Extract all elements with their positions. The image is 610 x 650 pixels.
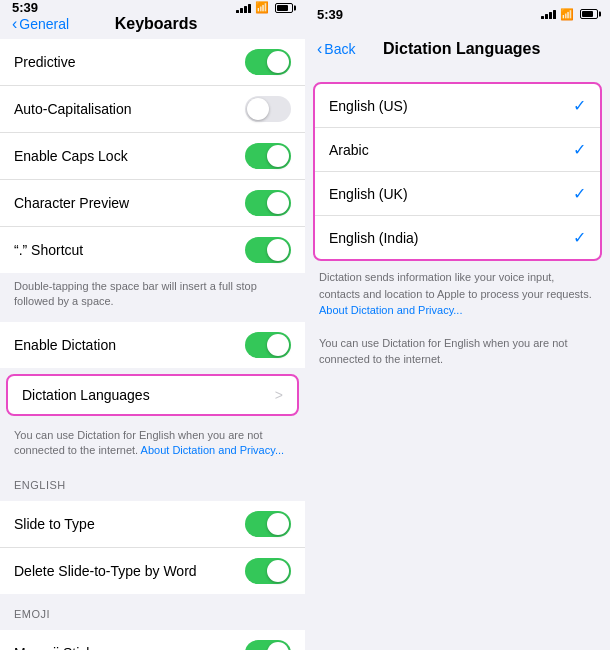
auto-cap-label: Auto-Capitalisation bbox=[14, 101, 245, 117]
status-icons-right: 📶 bbox=[541, 8, 598, 21]
row-period-shortcut: “.” Shortcut bbox=[0, 227, 305, 273]
predictive-toggle[interactable] bbox=[245, 49, 291, 75]
caps-lock-label: Enable Caps Lock bbox=[14, 148, 245, 164]
status-bar-left: 5:39 📶 bbox=[0, 0, 305, 15]
lang-row-english-uk[interactable]: English (UK) ✓ bbox=[315, 172, 600, 216]
right-footer-2: You can use Dictation for English when y… bbox=[305, 327, 610, 376]
row-memoji: Memoji Stickers bbox=[0, 630, 305, 650]
english-uk-check: ✓ bbox=[573, 184, 586, 203]
caps-lock-toggle[interactable] bbox=[245, 143, 291, 169]
right-footer-1: Dictation sends information like your vo… bbox=[305, 261, 610, 327]
row-auto-cap: Auto-Capitalisation bbox=[0, 86, 305, 133]
chevron-right-icon: > bbox=[275, 387, 283, 403]
wifi-icon-right: 📶 bbox=[560, 8, 574, 21]
memoji-toggle[interactable] bbox=[245, 640, 291, 650]
period-shortcut-label: “.” Shortcut bbox=[14, 242, 245, 258]
wifi-icon: 📶 bbox=[255, 1, 269, 14]
memoji-label: Memoji Stickers bbox=[14, 645, 245, 650]
footer-note-1: Double-tapping the space bar will insert… bbox=[0, 273, 305, 316]
english-india-label: English (India) bbox=[329, 230, 573, 246]
time-left: 5:39 bbox=[12, 0, 236, 15]
settings-group-2: Enable Dictation bbox=[0, 322, 305, 368]
signal-icon-right bbox=[541, 9, 556, 19]
row-predictive: Predictive bbox=[0, 39, 305, 86]
language-list-container: English (US) ✓ Arabic ✓ English (UK) ✓ E… bbox=[313, 76, 602, 261]
enable-dictation-toggle[interactable] bbox=[245, 332, 291, 358]
char-preview-toggle[interactable] bbox=[245, 190, 291, 216]
row-delete-slide: Delete Slide-to-Type by Word bbox=[0, 548, 305, 594]
footer-note-2: You can use Dictation for English when y… bbox=[0, 422, 305, 465]
enable-dictation-label: Enable Dictation bbox=[14, 337, 245, 353]
settings-group-1: Predictive Auto-Capitalisation Enable Ca… bbox=[0, 39, 305, 273]
back-button-left[interactable]: ‹ General bbox=[12, 15, 69, 33]
lang-row-english-india[interactable]: English (India) ✓ bbox=[315, 216, 600, 259]
arabic-label: Arabic bbox=[329, 142, 573, 158]
page-title-right: Dictation Languages bbox=[355, 40, 568, 58]
english-us-label: English (US) bbox=[329, 98, 573, 114]
right-privacy-link[interactable]: About Dictation and Privacy... bbox=[319, 304, 462, 316]
row-slide-to-type: Slide to Type bbox=[0, 501, 305, 548]
auto-cap-toggle[interactable] bbox=[245, 96, 291, 122]
section-english: ENGLISH bbox=[0, 465, 305, 495]
chevron-left-icon-right: ‹ bbox=[317, 40, 322, 58]
page-title-left: Keyboards bbox=[69, 15, 243, 33]
english-uk-label: English (UK) bbox=[329, 186, 573, 202]
predictive-label: Predictive bbox=[14, 54, 245, 70]
language-list: English (US) ✓ Arabic ✓ English (UK) ✓ E… bbox=[313, 82, 602, 261]
char-preview-label: Character Preview bbox=[14, 195, 245, 211]
dictation-languages-label: Dictation Languages bbox=[22, 387, 275, 403]
left-panel: 5:39 📶 ‹ General Keyboards Predictive Au… bbox=[0, 0, 305, 650]
signal-icon bbox=[236, 3, 251, 13]
dictation-privacy-link[interactable]: About Dictation and Privacy... bbox=[141, 444, 284, 456]
period-shortcut-toggle[interactable] bbox=[245, 237, 291, 263]
lang-row-arabic[interactable]: Arabic ✓ bbox=[315, 128, 600, 172]
status-icons-left: 📶 bbox=[236, 1, 293, 14]
english-india-check: ✓ bbox=[573, 228, 586, 247]
settings-group-4: Memoji Stickers bbox=[0, 630, 305, 650]
dictation-languages-row[interactable]: Dictation Languages > bbox=[6, 374, 299, 416]
english-us-check: ✓ bbox=[573, 96, 586, 115]
delete-slide-label: Delete Slide-to-Type by Word bbox=[14, 563, 245, 579]
lang-row-english-us[interactable]: English (US) ✓ bbox=[315, 84, 600, 128]
row-enable-dictation: Enable Dictation bbox=[0, 322, 305, 368]
dictation-languages-container: Dictation Languages > bbox=[6, 372, 299, 418]
row-caps-lock: Enable Caps Lock bbox=[0, 133, 305, 180]
back-button-right[interactable]: ‹ Back bbox=[317, 40, 355, 58]
row-char-preview: Character Preview bbox=[0, 180, 305, 227]
arabic-check: ✓ bbox=[573, 140, 586, 159]
battery-icon bbox=[275, 3, 293, 13]
slide-to-type-toggle[interactable] bbox=[245, 511, 291, 537]
right-panel: 5:39 📶 ‹ Back Dictation Languages Englis… bbox=[305, 0, 610, 650]
nav-bar-right: ‹ Back Dictation Languages bbox=[305, 28, 610, 70]
battery-icon-right bbox=[580, 9, 598, 19]
status-bar-right: 5:39 📶 bbox=[305, 0, 610, 28]
delete-slide-toggle[interactable] bbox=[245, 558, 291, 584]
time-right: 5:39 bbox=[317, 7, 541, 22]
chevron-left-icon: ‹ bbox=[12, 15, 17, 33]
slide-to-type-label: Slide to Type bbox=[14, 516, 245, 532]
section-emoji: EMOJI bbox=[0, 594, 305, 624]
settings-group-3: Slide to Type Delete Slide-to-Type by Wo… bbox=[0, 501, 305, 594]
nav-bar-left: ‹ General Keyboards bbox=[0, 15, 305, 33]
